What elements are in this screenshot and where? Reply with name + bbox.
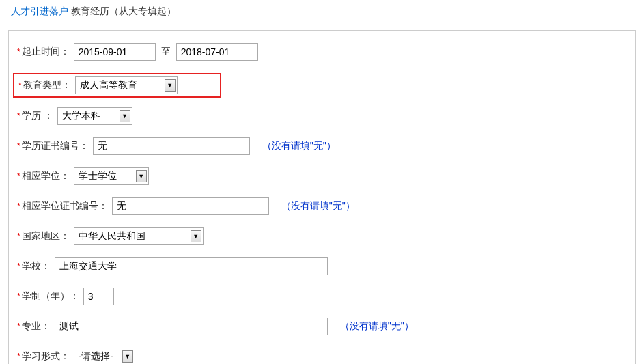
label-study-mode: 学习形式： — [22, 350, 70, 363]
required-star: * — [18, 81, 22, 90]
row-country: * 国家地区： 中华人民共和国 ▼ — [17, 227, 627, 245]
required-star: * — [17, 292, 20, 301]
row-years: * 学制（年）： — [17, 288, 627, 305]
hint-none: （没有请填"无"） — [262, 140, 336, 152]
chevron-down-icon: ▼ — [122, 350, 133, 363]
header-title-blue: 人才引进落户 — [11, 5, 68, 18]
chevron-down-icon: ▼ — [120, 110, 130, 122]
hint-none: （没有请填"无"） — [281, 200, 355, 212]
edu-type-highlight-box: * 教育类型： 成人高等教育 ▼ — [13, 73, 221, 98]
label-rel-degree: 相应学位： — [22, 170, 70, 182]
rel-degree-cert-input[interactable] — [112, 197, 269, 215]
required-star: * — [17, 322, 20, 331]
header-line-right — [180, 12, 644, 12]
label-degree: 学历 ： — [22, 110, 53, 122]
study-mode-select[interactable]: -请选择- ▼ — [74, 348, 135, 364]
major-input[interactable] — [55, 318, 328, 335]
required-star: * — [17, 352, 20, 361]
required-star: * — [17, 201, 20, 211]
hint-none: （没有请填"无"） — [340, 320, 414, 333]
chevron-down-icon: ▼ — [191, 230, 201, 242]
form-container: * 起止时间： 至 * 教育类型： 成人高等教育 ▼ * 学历 ： 大学本科 ▼… — [8, 30, 636, 364]
row-degree-cert: * 学历证书编号： （没有请填"无"） — [17, 137, 627, 155]
label-edu-type: 教育类型： — [23, 79, 71, 92]
rel-degree-select[interactable]: 学士学位 ▼ — [74, 167, 149, 185]
degree-cert-input[interactable] — [93, 137, 250, 155]
edu-type-value: 成人高等教育 — [80, 79, 137, 92]
start-date-input[interactable] — [74, 43, 156, 61]
row-rel-degree: * 相应学位： 学士学位 ▼ — [17, 167, 627, 185]
required-star: * — [17, 47, 20, 57]
label-major: 专业： — [22, 320, 51, 333]
degree-value: 大学本科 — [62, 110, 100, 122]
label-to: 至 — [161, 46, 171, 58]
required-star: * — [17, 171, 20, 181]
rel-degree-value: 学士学位 — [79, 170, 117, 182]
section-header: 人才引进落户 教育经历（从大专填起） — [0, 0, 644, 23]
row-school: * 学校： — [17, 257, 627, 275]
label-school: 学校： — [22, 260, 51, 272]
chevron-down-icon: ▼ — [165, 79, 176, 92]
row-study-mode: * 学习形式： -请选择- ▼ — [17, 348, 627, 364]
row-rel-degree-cert: * 相应学位证书编号： （没有请填"无"） — [17, 197, 627, 215]
header-line-left — [0, 12, 8, 12]
header-title-black: 教育经历（从大专填起） — [71, 5, 176, 18]
required-star: * — [17, 141, 20, 151]
label-rel-degree-cert: 相应学位证书编号： — [22, 200, 108, 212]
years-input[interactable] — [83, 288, 114, 305]
row-major: * 专业： （没有请填"无"） — [17, 318, 627, 335]
study-mode-value: -请选择- — [79, 350, 113, 363]
label-degree-cert: 学历证书编号： — [22, 140, 89, 152]
degree-select[interactable]: 大学本科 ▼ — [57, 107, 132, 125]
required-star: * — [17, 232, 20, 241]
label-years: 学制（年）： — [22, 290, 79, 303]
end-date-input[interactable] — [176, 43, 258, 61]
label-country: 国家地区： — [22, 230, 70, 242]
school-input[interactable] — [55, 257, 328, 275]
required-star: * — [17, 262, 20, 271]
country-value: 中华人民共和国 — [79, 230, 145, 242]
country-select[interactable]: 中华人民共和国 ▼ — [74, 227, 204, 245]
required-star: * — [17, 111, 20, 121]
row-degree: * 学历 ： 大学本科 ▼ — [17, 107, 627, 125]
chevron-down-icon: ▼ — [136, 170, 147, 182]
edu-type-select[interactable]: 成人高等教育 ▼ — [75, 76, 178, 94]
row-period: * 起止时间： 至 — [17, 43, 627, 61]
row-edu-type: * 教育类型： 成人高等教育 ▼ — [17, 73, 627, 98]
label-period: 起止时间： — [22, 46, 70, 58]
